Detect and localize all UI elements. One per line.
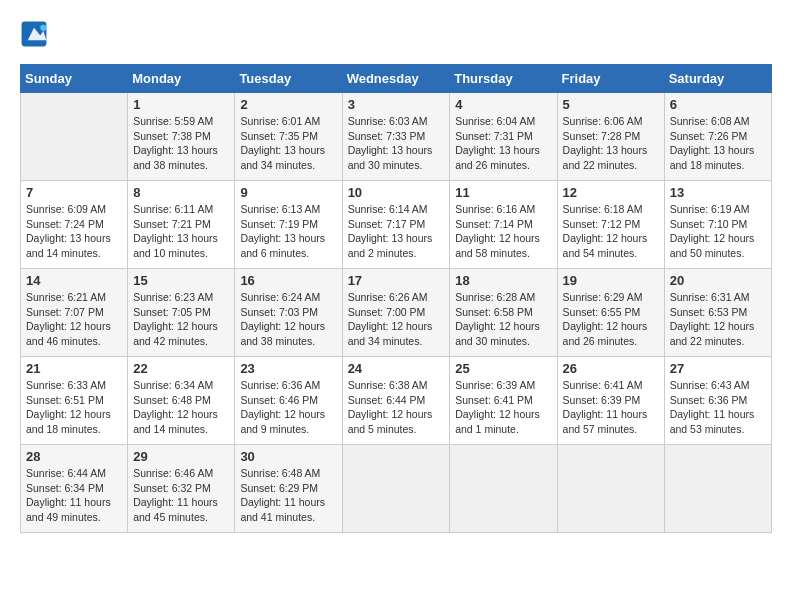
- day-info: Sunrise: 5:59 AMSunset: 7:38 PMDaylight:…: [133, 114, 229, 173]
- calendar-cell: 11Sunrise: 6:16 AMSunset: 7:14 PMDayligh…: [450, 181, 557, 269]
- day-number: 7: [26, 185, 122, 200]
- logo-icon: [20, 20, 48, 48]
- calendar-cell: 8Sunrise: 6:11 AMSunset: 7:21 PMDaylight…: [128, 181, 235, 269]
- calendar-cell: 14Sunrise: 6:21 AMSunset: 7:07 PMDayligh…: [21, 269, 128, 357]
- calendar-cell: 3Sunrise: 6:03 AMSunset: 7:33 PMDaylight…: [342, 93, 450, 181]
- weekday-header: Thursday: [450, 65, 557, 93]
- calendar-body: 1Sunrise: 5:59 AMSunset: 7:38 PMDaylight…: [21, 93, 772, 533]
- page-header: [20, 20, 772, 48]
- day-info: Sunrise: 6:46 AMSunset: 6:32 PMDaylight:…: [133, 466, 229, 525]
- day-info: Sunrise: 6:48 AMSunset: 6:29 PMDaylight:…: [240, 466, 336, 525]
- calendar-cell: 10Sunrise: 6:14 AMSunset: 7:17 PMDayligh…: [342, 181, 450, 269]
- weekday-header: Saturday: [664, 65, 771, 93]
- day-number: 3: [348, 97, 445, 112]
- day-number: 16: [240, 273, 336, 288]
- calendar-cell: 19Sunrise: 6:29 AMSunset: 6:55 PMDayligh…: [557, 269, 664, 357]
- calendar-header: SundayMondayTuesdayWednesdayThursdayFrid…: [21, 65, 772, 93]
- day-info: Sunrise: 6:21 AMSunset: 7:07 PMDaylight:…: [26, 290, 122, 349]
- day-info: Sunrise: 6:04 AMSunset: 7:31 PMDaylight:…: [455, 114, 551, 173]
- day-info: Sunrise: 6:14 AMSunset: 7:17 PMDaylight:…: [348, 202, 445, 261]
- day-number: 19: [563, 273, 659, 288]
- day-info: Sunrise: 6:08 AMSunset: 7:26 PMDaylight:…: [670, 114, 766, 173]
- calendar-cell: 20Sunrise: 6:31 AMSunset: 6:53 PMDayligh…: [664, 269, 771, 357]
- day-number: 14: [26, 273, 122, 288]
- calendar-cell: 18Sunrise: 6:28 AMSunset: 6:58 PMDayligh…: [450, 269, 557, 357]
- day-info: Sunrise: 6:41 AMSunset: 6:39 PMDaylight:…: [563, 378, 659, 437]
- day-info: Sunrise: 6:39 AMSunset: 6:41 PMDaylight:…: [455, 378, 551, 437]
- weekday-header: Sunday: [21, 65, 128, 93]
- calendar-cell: 24Sunrise: 6:38 AMSunset: 6:44 PMDayligh…: [342, 357, 450, 445]
- calendar-cell: 15Sunrise: 6:23 AMSunset: 7:05 PMDayligh…: [128, 269, 235, 357]
- day-number: 30: [240, 449, 336, 464]
- day-number: 12: [563, 185, 659, 200]
- day-info: Sunrise: 6:38 AMSunset: 6:44 PMDaylight:…: [348, 378, 445, 437]
- calendar-cell: 12Sunrise: 6:18 AMSunset: 7:12 PMDayligh…: [557, 181, 664, 269]
- day-number: 22: [133, 361, 229, 376]
- calendar-table: SundayMondayTuesdayWednesdayThursdayFrid…: [20, 64, 772, 533]
- day-number: 17: [348, 273, 445, 288]
- day-number: 5: [563, 97, 659, 112]
- day-number: 10: [348, 185, 445, 200]
- calendar-cell: 13Sunrise: 6:19 AMSunset: 7:10 PMDayligh…: [664, 181, 771, 269]
- day-info: Sunrise: 6:28 AMSunset: 6:58 PMDaylight:…: [455, 290, 551, 349]
- calendar-cell: 9Sunrise: 6:13 AMSunset: 7:19 PMDaylight…: [235, 181, 342, 269]
- svg-point-2: [40, 25, 46, 31]
- day-info: Sunrise: 6:26 AMSunset: 7:00 PMDaylight:…: [348, 290, 445, 349]
- day-info: Sunrise: 6:16 AMSunset: 7:14 PMDaylight:…: [455, 202, 551, 261]
- calendar-cell: 16Sunrise: 6:24 AMSunset: 7:03 PMDayligh…: [235, 269, 342, 357]
- weekday-header: Tuesday: [235, 65, 342, 93]
- day-info: Sunrise: 6:24 AMSunset: 7:03 PMDaylight:…: [240, 290, 336, 349]
- day-info: Sunrise: 6:03 AMSunset: 7:33 PMDaylight:…: [348, 114, 445, 173]
- calendar-cell: [450, 445, 557, 533]
- calendar-cell: 21Sunrise: 6:33 AMSunset: 6:51 PMDayligh…: [21, 357, 128, 445]
- calendar-cell: 17Sunrise: 6:26 AMSunset: 7:00 PMDayligh…: [342, 269, 450, 357]
- calendar-cell: 7Sunrise: 6:09 AMSunset: 7:24 PMDaylight…: [21, 181, 128, 269]
- day-info: Sunrise: 6:31 AMSunset: 6:53 PMDaylight:…: [670, 290, 766, 349]
- day-number: 2: [240, 97, 336, 112]
- day-number: 25: [455, 361, 551, 376]
- day-info: Sunrise: 6:33 AMSunset: 6:51 PMDaylight:…: [26, 378, 122, 437]
- calendar-cell: 5Sunrise: 6:06 AMSunset: 7:28 PMDaylight…: [557, 93, 664, 181]
- calendar-cell: 4Sunrise: 6:04 AMSunset: 7:31 PMDaylight…: [450, 93, 557, 181]
- weekday-header: Monday: [128, 65, 235, 93]
- day-number: 29: [133, 449, 229, 464]
- day-info: Sunrise: 6:06 AMSunset: 7:28 PMDaylight:…: [563, 114, 659, 173]
- day-number: 11: [455, 185, 551, 200]
- calendar-cell: 29Sunrise: 6:46 AMSunset: 6:32 PMDayligh…: [128, 445, 235, 533]
- day-number: 21: [26, 361, 122, 376]
- calendar-cell: [557, 445, 664, 533]
- day-info: Sunrise: 6:18 AMSunset: 7:12 PMDaylight:…: [563, 202, 659, 261]
- calendar-cell: 1Sunrise: 5:59 AMSunset: 7:38 PMDaylight…: [128, 93, 235, 181]
- day-number: 15: [133, 273, 229, 288]
- calendar-cell: 22Sunrise: 6:34 AMSunset: 6:48 PMDayligh…: [128, 357, 235, 445]
- day-info: Sunrise: 6:19 AMSunset: 7:10 PMDaylight:…: [670, 202, 766, 261]
- day-info: Sunrise: 6:36 AMSunset: 6:46 PMDaylight:…: [240, 378, 336, 437]
- weekday-header: Friday: [557, 65, 664, 93]
- weekday-header: Wednesday: [342, 65, 450, 93]
- calendar-cell: [664, 445, 771, 533]
- day-number: 26: [563, 361, 659, 376]
- day-number: 18: [455, 273, 551, 288]
- calendar-cell: 26Sunrise: 6:41 AMSunset: 6:39 PMDayligh…: [557, 357, 664, 445]
- calendar-cell: 27Sunrise: 6:43 AMSunset: 6:36 PMDayligh…: [664, 357, 771, 445]
- day-info: Sunrise: 6:11 AMSunset: 7:21 PMDaylight:…: [133, 202, 229, 261]
- logo: [20, 20, 52, 48]
- day-info: Sunrise: 6:01 AMSunset: 7:35 PMDaylight:…: [240, 114, 336, 173]
- calendar-cell: [21, 93, 128, 181]
- day-number: 24: [348, 361, 445, 376]
- day-number: 8: [133, 185, 229, 200]
- day-number: 28: [26, 449, 122, 464]
- calendar-cell: [342, 445, 450, 533]
- day-number: 20: [670, 273, 766, 288]
- day-info: Sunrise: 6:44 AMSunset: 6:34 PMDaylight:…: [26, 466, 122, 525]
- calendar-cell: 30Sunrise: 6:48 AMSunset: 6:29 PMDayligh…: [235, 445, 342, 533]
- day-info: Sunrise: 6:43 AMSunset: 6:36 PMDaylight:…: [670, 378, 766, 437]
- calendar-cell: 6Sunrise: 6:08 AMSunset: 7:26 PMDaylight…: [664, 93, 771, 181]
- calendar-cell: 28Sunrise: 6:44 AMSunset: 6:34 PMDayligh…: [21, 445, 128, 533]
- day-info: Sunrise: 6:23 AMSunset: 7:05 PMDaylight:…: [133, 290, 229, 349]
- calendar-cell: 23Sunrise: 6:36 AMSunset: 6:46 PMDayligh…: [235, 357, 342, 445]
- day-info: Sunrise: 6:34 AMSunset: 6:48 PMDaylight:…: [133, 378, 229, 437]
- calendar-cell: 25Sunrise: 6:39 AMSunset: 6:41 PMDayligh…: [450, 357, 557, 445]
- day-number: 13: [670, 185, 766, 200]
- calendar-cell: 2Sunrise: 6:01 AMSunset: 7:35 PMDaylight…: [235, 93, 342, 181]
